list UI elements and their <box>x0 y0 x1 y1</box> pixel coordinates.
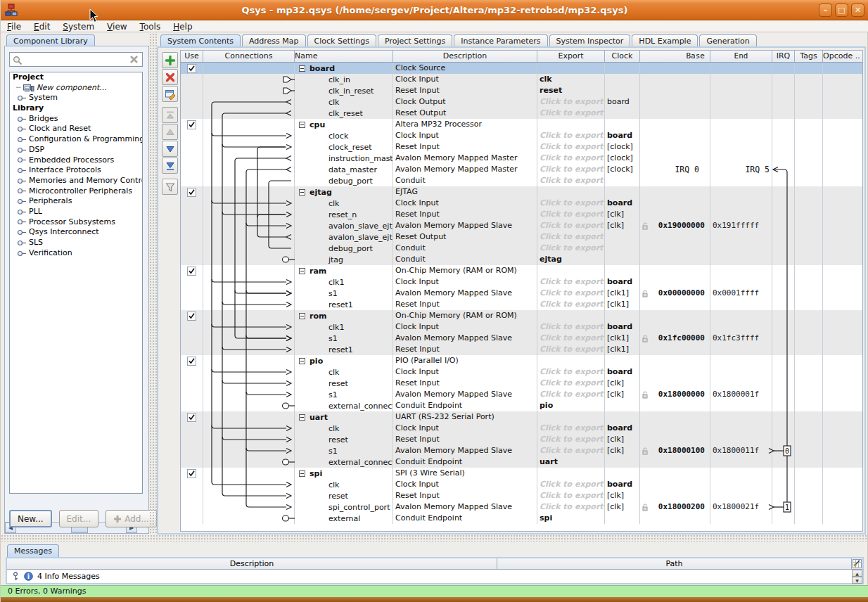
col-header-tags[interactable]: Tags <box>795 51 823 62</box>
clock-cell[interactable]: board <box>605 96 640 108</box>
name-cell[interactable]: clk <box>295 366 393 378</box>
close-button[interactable]: ✕ <box>851 4 864 17</box>
export-cell[interactable]: Click to export <box>537 231 605 243</box>
tab-hdl-example[interactable]: HDL Example <box>632 34 698 47</box>
name-cell[interactable]: instruction_master <box>295 153 393 164</box>
tree-item-project[interactable]: Project <box>10 72 142 83</box>
tree-item-new-component[interactable]: ─New component... <box>10 83 142 94</box>
base-cell[interactable] <box>640 108 710 119</box>
irq-cell[interactable] <box>772 423 795 434</box>
table-row-avalon_slave_ejtag_reset[interactable]: avalon_slave_ejtag_resetReset OutputClic… <box>181 231 862 243</box>
export-cell[interactable]: Click to export <box>537 276 605 288</box>
irq-cell[interactable] <box>772 265 795 276</box>
export-cell[interactable]: Click to export <box>537 220 605 231</box>
use-cell[interactable] <box>181 265 203 276</box>
base-cell[interactable] <box>640 198 710 209</box>
base-cell[interactable] <box>640 265 710 276</box>
connections-cell[interactable] <box>203 389 295 400</box>
collapse-icon[interactable] <box>299 189 305 196</box>
vertical-splitter[interactable] <box>149 33 157 534</box>
connections-cell[interactable] <box>203 513 295 524</box>
irq-cell[interactable] <box>772 344 795 355</box>
name-cell[interactable]: debug_port <box>295 175 393 186</box>
tree-item-pll[interactable]: PLL <box>10 207 142 217</box>
name-cell[interactable]: reset1 <box>295 299 393 310</box>
irq-cell[interactable] <box>772 164 795 175</box>
table-row-clk1[interactable]: clk1Clock InputClick to exportboard <box>181 276 862 288</box>
connections-cell[interactable] <box>203 276 295 288</box>
move-down-button[interactable] <box>162 141 178 157</box>
clock-cell[interactable] <box>605 85 640 96</box>
export-cell[interactable]: Click to export <box>537 423 605 434</box>
export-cell[interactable]: Click to export <box>537 141 605 153</box>
tab-generation[interactable]: Generation <box>699 34 756 47</box>
connections-cell[interactable] <box>203 501 295 513</box>
export-cell[interactable]: spi <box>537 513 605 524</box>
clock-cell[interactable]: [clk] <box>605 209 640 220</box>
name-cell[interactable]: s1 <box>295 389 393 400</box>
clock-cell[interactable] <box>605 108 640 119</box>
connections-cell[interactable] <box>203 288 295 299</box>
table-row-clock[interactable]: clockClock InputClick to exportboard <box>181 130 862 141</box>
table-row-clock_reset[interactable]: clock_resetReset InputClick to export[cl… <box>181 141 862 153</box>
export-cell[interactable]: clk <box>537 74 605 85</box>
base-cell[interactable] <box>640 490 710 501</box>
table-row-s1[interactable]: s1Avalon Memory Mapped SlaveClick to exp… <box>181 288 862 299</box>
connections-cell[interactable] <box>203 490 295 501</box>
unlock-icon[interactable] <box>642 222 649 230</box>
table-row-reset[interactable]: resetReset InputClick to export[clk] <box>181 434 862 445</box>
click-to-export[interactable]: Click to export <box>540 288 602 298</box>
irq-cell[interactable] <box>772 321 795 333</box>
irq-cell[interactable] <box>772 355 795 366</box>
use-cell[interactable] <box>181 63 203 74</box>
connections-cell[interactable] <box>203 333 295 344</box>
messages-col-description[interactable]: Description <box>7 558 497 569</box>
click-to-export[interactable]: Click to export <box>540 434 602 444</box>
connections-cell[interactable] <box>203 220 295 231</box>
table-row-data_master[interactable]: data_masterAvalon Memory Mapped MasterCl… <box>181 164 862 175</box>
name-cell[interactable]: clk <box>295 479 393 490</box>
use-checkbox[interactable] <box>187 188 196 197</box>
clock-cell[interactable]: [clk1] <box>605 299 640 310</box>
message-row[interactable]: 4 Info Messages <box>7 570 862 582</box>
clock-cell[interactable] <box>605 63 640 74</box>
table-row-reset1[interactable]: reset1Reset InputClick to export[clk1] <box>181 344 862 355</box>
filter-button[interactable] <box>162 179 178 195</box>
tree-item-microcontroller-peripherals[interactable]: Microcontroller Peripherals <box>10 186 142 197</box>
base-cell[interactable] <box>640 63 710 74</box>
base-cell[interactable] <box>640 130 710 141</box>
export-cell[interactable]: Click to export <box>537 434 605 445</box>
use-checkbox[interactable] <box>187 120 196 129</box>
name-cell[interactable]: cpu <box>295 119 393 130</box>
name-cell[interactable]: clk_in <box>295 74 393 85</box>
click-to-export[interactable]: Click to export <box>540 299 602 309</box>
tree-branch-icon[interactable] <box>17 198 27 205</box>
clock-cell[interactable]: [clock] <box>605 153 640 164</box>
name-cell[interactable]: spi <box>295 468 393 479</box>
table-row-s1[interactable]: s1Avalon Memory Mapped SlaveClick to exp… <box>181 445 862 456</box>
click-to-export[interactable]: Click to export <box>540 209 602 219</box>
clock-cell[interactable] <box>605 468 640 479</box>
clock-cell[interactable] <box>605 265 640 276</box>
connections-cell[interactable] <box>203 400 295 411</box>
table-row-external[interactable]: externalConduit Endpointspi <box>181 513 862 524</box>
table-row-debug_port[interactable]: debug_portConduitClick to export <box>181 175 862 186</box>
tree-item-library[interactable]: Library <box>10 103 142 114</box>
base-cell[interactable]: 0x00000000 <box>640 288 710 299</box>
base-cell[interactable] <box>640 243 710 254</box>
click-to-export[interactable]: Click to export <box>540 164 602 174</box>
table-row-clk_in_reset[interactable]: clk_in_resetReset Inputreset <box>181 85 862 96</box>
tree-item-embedded-processors[interactable]: Embedded Processors <box>10 155 142 166</box>
click-to-export[interactable]: Click to export <box>540 378 602 388</box>
export-cell[interactable] <box>537 468 605 479</box>
base-cell[interactable]: 0x1fc00000 <box>640 333 710 344</box>
base-cell[interactable] <box>640 141 710 153</box>
tree-branch-icon[interactable] <box>17 219 27 225</box>
table-row-s1[interactable]: s1Avalon Memory Mapped SlaveClick to exp… <box>181 333 862 344</box>
connections-cell[interactable] <box>203 265 295 276</box>
connections-cell[interactable] <box>203 445 295 456</box>
tree-item-clock-and-reset[interactable]: Clock and Reset <box>10 124 142 134</box>
name-cell[interactable]: external <box>295 513 393 524</box>
table-row-clk_reset[interactable]: clk_resetReset OutputClick to export <box>181 108 862 119</box>
use-checkbox[interactable] <box>187 469 196 478</box>
